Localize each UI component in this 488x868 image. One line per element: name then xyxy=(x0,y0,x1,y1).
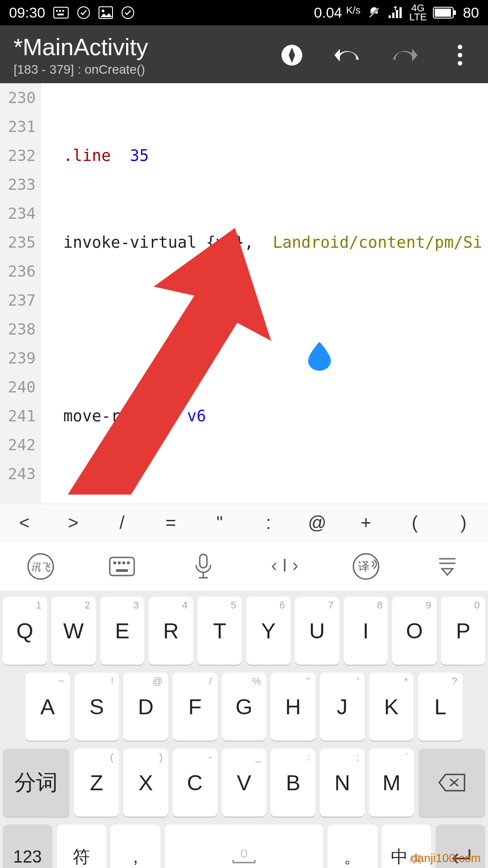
key-w[interactable]: 2W xyxy=(52,597,96,665)
key-h[interactable]: "H xyxy=(271,673,315,741)
key-x[interactable]: )X xyxy=(123,749,168,816)
key-d[interactable]: @D xyxy=(123,673,168,741)
numeric-key[interactable]: 123 xyxy=(3,825,52,868)
svg-rect-3 xyxy=(62,10,64,12)
ime-logo-button[interactable]: 讯飞 xyxy=(25,551,56,582)
app-title: *MainActivity xyxy=(14,33,148,61)
cursor-move-button[interactable]: ‹ I › xyxy=(269,551,300,582)
overflow-menu-button[interactable] xyxy=(446,41,474,70)
line-number: 238 xyxy=(0,315,36,344)
backspace-key[interactable] xyxy=(418,749,485,816)
app-subtitle: [183 - 379] : onCreate() xyxy=(14,62,148,77)
svg-rect-28 xyxy=(113,561,116,564)
key-c[interactable]: -C xyxy=(173,749,217,816)
undo-button[interactable] xyxy=(333,41,362,70)
line-number: 231 xyxy=(0,112,36,141)
key-l[interactable]: ?L xyxy=(418,673,463,741)
quick-symbol[interactable]: " xyxy=(195,513,244,533)
line-number: 239 xyxy=(0,344,36,373)
key-v[interactable]: _V xyxy=(222,749,267,816)
key-b[interactable]: :B xyxy=(271,749,315,816)
svg-rect-31 xyxy=(127,561,130,564)
status-time: 09:30 xyxy=(9,5,45,21)
line-number: 240 xyxy=(0,373,36,401)
quick-symbol[interactable]: ) xyxy=(439,513,488,533)
svg-rect-27 xyxy=(110,557,134,576)
redo-button[interactable] xyxy=(389,41,418,70)
watermark: danji100.com xyxy=(411,851,481,865)
quick-symbol[interactable]: @ xyxy=(293,513,342,533)
key-m[interactable]: `M xyxy=(369,749,414,816)
key-a[interactable]: ~A xyxy=(25,673,70,741)
svg-text:译: 译 xyxy=(358,560,370,573)
svg-rect-17 xyxy=(454,10,456,15)
line-number: 235 xyxy=(0,228,36,257)
picture-icon xyxy=(99,6,113,19)
code-area[interactable]: .line 35 invoke-virtual {v6}, Landroid/c… xyxy=(41,83,488,504)
key-t[interactable]: 5T xyxy=(197,597,242,665)
quick-symbol[interactable]: + xyxy=(342,513,390,533)
svg-rect-1 xyxy=(56,10,58,12)
code-editor[interactable]: 2302312322332342352362372382392402412422… xyxy=(0,83,488,504)
svg-rect-30 xyxy=(122,561,125,564)
space-key[interactable] xyxy=(165,825,324,868)
keyboard-switch-button[interactable] xyxy=(106,551,138,582)
net-speed: 0.04 K/s xyxy=(314,5,361,21)
line-number: 232 xyxy=(0,141,36,170)
app-bar: *MainActivity [183 - 379] : onCreate() xyxy=(0,25,488,83)
svg-rect-14 xyxy=(399,7,402,18)
status-bar: 09:30 0.04 K/s 4GLTE 80 xyxy=(0,0,488,25)
key-y[interactable]: 6Y xyxy=(246,597,291,665)
svg-point-19 xyxy=(458,45,462,49)
svg-rect-12 xyxy=(392,13,394,18)
svg-marker-24 xyxy=(68,228,271,495)
voice-input-button[interactable] xyxy=(188,551,219,582)
quick-symbol[interactable]: > xyxy=(49,513,98,533)
key-p[interactable]: 0P xyxy=(441,597,485,665)
cursor-handle[interactable] xyxy=(251,313,274,342)
translate-button[interactable]: 译 xyxy=(350,551,382,582)
key-i[interactable]: 8I xyxy=(344,597,388,665)
symbol-key[interactable]: 符 xyxy=(57,825,107,868)
line-number: 236 xyxy=(0,257,36,286)
svg-rect-43 xyxy=(241,850,247,857)
key-f[interactable]: /F xyxy=(173,673,217,741)
key-j[interactable]: 'J xyxy=(320,673,365,741)
line-number: 241 xyxy=(0,401,36,430)
svg-text:讯飞: 讯飞 xyxy=(31,561,51,573)
svg-rect-33 xyxy=(200,554,207,568)
quick-symbol[interactable]: = xyxy=(146,513,195,533)
net-type: 4GLTE xyxy=(409,4,427,22)
quick-symbol[interactable]: < xyxy=(0,513,49,533)
compass-button[interactable] xyxy=(277,41,306,70)
line-number: 237 xyxy=(0,286,36,315)
check-circle-icon-2 xyxy=(121,6,135,19)
key-g[interactable]: %G xyxy=(222,673,267,741)
key-o[interactable]: 9O xyxy=(392,597,436,665)
key-q[interactable]: 1Q xyxy=(3,597,47,665)
key-u[interactable]: 7U xyxy=(295,597,339,665)
svg-point-21 xyxy=(458,61,462,66)
quick-symbol[interactable]: / xyxy=(98,513,146,533)
key-k[interactable]: *K xyxy=(369,673,414,741)
key-n[interactable]: ;N xyxy=(320,749,365,816)
svg-rect-11 xyxy=(389,15,391,18)
svg-rect-2 xyxy=(59,10,61,12)
key-s[interactable]: !S xyxy=(75,673,119,741)
soft-keyboard: 1Q2W3E4R5T6Y7U8I9O0P ~A!S@D/F%G"H'J*K?L … xyxy=(0,591,488,868)
mute-icon xyxy=(367,5,381,20)
comma-key[interactable]: , xyxy=(111,825,160,868)
key-e[interactable]: 3E xyxy=(100,597,145,665)
svg-text:‹ I ›: ‹ I › xyxy=(271,555,298,575)
svg-rect-13 xyxy=(396,10,398,18)
key-z[interactable]: (Z xyxy=(74,749,119,816)
line-number: 242 xyxy=(0,430,36,459)
collapse-keyboard-button[interactable] xyxy=(432,551,463,582)
quick-symbol[interactable]: : xyxy=(244,513,293,533)
segment-key[interactable]: 分词 xyxy=(3,749,70,816)
quick-symbol[interactable]: ( xyxy=(390,513,439,533)
key-r[interactable]: 4R xyxy=(149,597,193,665)
period-key[interactable]: 。 xyxy=(328,825,377,868)
svg-point-7 xyxy=(102,9,104,12)
svg-rect-4 xyxy=(57,14,64,15)
